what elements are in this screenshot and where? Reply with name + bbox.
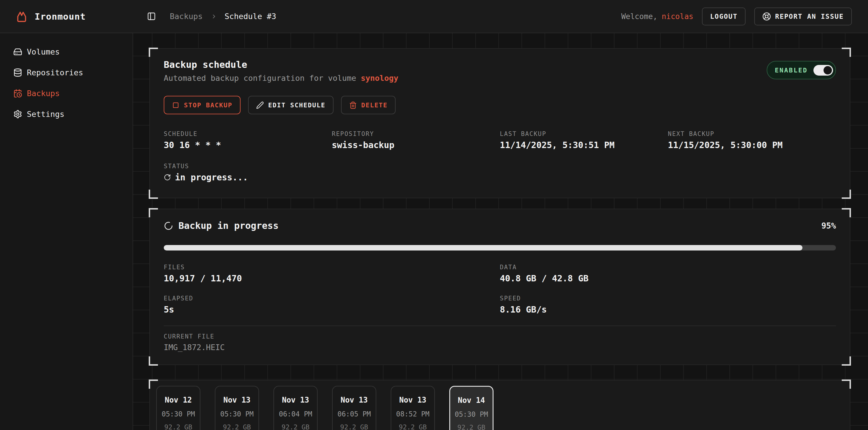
schedule-panel-heading: Backup schedule Automated backup configu… [164, 59, 399, 82]
pencil-icon [256, 101, 264, 109]
mountain-logo-icon [15, 10, 28, 23]
panel-title: Backup schedule [164, 59, 399, 70]
current-file-label: CURRENT FILE [164, 333, 836, 340]
breadcrumb-section[interactable]: Backups [170, 12, 203, 21]
sidebar-item-label: Repositories [27, 68, 83, 77]
history-panel: Nov 12 05:30 PM 92.2 GB Nov 13 05:30 PM … [149, 380, 850, 430]
rotate-cw-icon [164, 174, 171, 181]
field-next-backup: NEXT BACKUP 11/15/2025, 5:30:00 PM [668, 130, 836, 150]
stop-backup-button[interactable]: STOP BACKUP [164, 96, 241, 114]
progress-percent: 95% [821, 221, 836, 231]
stat-value: 40.8 GB / 42.8 GB [500, 273, 836, 284]
status-label: STATUS [164, 163, 836, 170]
progress-panel: Backup in progress 95% FILES 10,917 / 11… [149, 209, 850, 365]
backup-card[interactable]: Nov 13 05:30 PM 92.2 GB [215, 386, 259, 430]
schedule-fields: SCHEDULE 30 16 * * * REPOSITORY swiss-ba… [164, 130, 836, 150]
enabled-toggle[interactable]: ENABLED [767, 61, 836, 79]
card-date: Nov 12 [157, 396, 200, 404]
sidebar-item-label: Volumes [27, 47, 60, 56]
hard-drive-icon [13, 47, 22, 56]
field-value: 30 16 * * * [164, 140, 332, 150]
sidebar-item-label: Backups [27, 89, 60, 98]
card-size: 92.2 GB [215, 423, 258, 430]
breadcrumb-page: Schedule #3 [225, 12, 276, 21]
card-date: Nov 13 [274, 396, 317, 404]
stat-value: 5s [164, 304, 500, 315]
card-size: 92.2 GB [450, 424, 493, 430]
progress-bar [164, 245, 836, 251]
field-last-backup: LAST BACKUP 11/14/2025, 5:30:51 PM [500, 130, 668, 150]
progress-stats: FILES 10,917 / 11,470 DATA 40.8 GB / 42.… [164, 264, 836, 315]
backup-card-selected[interactable]: Nov 14 05:30 PM 92.2 GB [449, 386, 494, 430]
chevron-right-icon [211, 13, 217, 20]
loader-spinner-icon [164, 221, 173, 231]
card-time: 05:30 PM [450, 410, 493, 419]
stats-divider [164, 326, 836, 326]
sidebar-item-volumes[interactable]: Volumes [0, 41, 132, 62]
card-size: 92.2 GB [157, 423, 200, 430]
backup-card[interactable]: Nov 13 08:52 PM 92.2 GB [391, 386, 435, 430]
corner-bracket [842, 208, 851, 217]
card-time: 05:30 PM [215, 410, 258, 418]
field-label: SCHEDULE [164, 130, 332, 137]
edit-schedule-label: EDIT SCHEDULE [268, 102, 326, 109]
delete-button[interactable]: DELETE [341, 96, 396, 114]
backup-card[interactable]: Nov 13 06:05 PM 92.2 GB [332, 386, 376, 430]
field-repository: REPOSITORY swiss-backup [332, 130, 500, 150]
toggle-switch[interactable] [813, 65, 833, 76]
field-label: NEXT BACKUP [668, 130, 836, 137]
stat-data: DATA 40.8 GB / 42.8 GB [500, 264, 836, 284]
corner-bracket [149, 190, 158, 199]
database-icon [13, 68, 22, 77]
panel-subtitle: Automated backup configuration for volum… [164, 74, 399, 82]
current-file-value: IMG_1872.HEIC [164, 343, 836, 352]
backup-card[interactable]: Nov 13 06:04 PM 92.2 GB [274, 386, 318, 430]
sidebar-item-label: Settings [27, 110, 64, 119]
panel-toggle-icon[interactable] [147, 12, 156, 21]
field-value: 11/15/2025, 5:30:00 PM [668, 140, 836, 150]
stat-speed: SPEED 8.16 GB/s [500, 295, 836, 315]
toggle-knob [824, 66, 832, 74]
stat-elapsed: ELAPSED 5s [164, 295, 500, 315]
corner-bracket [842, 47, 851, 57]
enabled-label: ENABLED [775, 67, 808, 74]
field-value: 11/14/2025, 5:30:51 PM [500, 140, 668, 150]
schedule-actions: STOP BACKUP EDIT SCHEDULE [164, 96, 836, 114]
corner-bracket [842, 190, 851, 199]
brand-title: Ironmount [35, 11, 86, 22]
stat-label: ELAPSED [164, 295, 500, 302]
progress-title: Backup in progress [164, 220, 279, 231]
stat-files: FILES 10,917 / 11,470 [164, 264, 500, 284]
logout-button[interactable]: LOGOUT [702, 7, 746, 25]
delete-label: DELETE [361, 102, 388, 109]
sidebar-item-backups[interactable]: Backups [0, 83, 132, 104]
field-label: LAST BACKUP [500, 130, 668, 137]
status-value: in progress... [175, 172, 248, 183]
volume-name: synology [361, 74, 398, 82]
stop-icon [172, 101, 180, 109]
brand: Ironmount [15, 10, 86, 23]
main-content: Backup schedule Automated backup configu… [133, 33, 868, 430]
progress-title-text: Backup in progress [179, 220, 279, 231]
report-issue-button[interactable]: REPORT AN ISSUE [754, 7, 852, 25]
backup-card[interactable]: Nov 12 05:30 PM 92.2 GB [156, 386, 200, 430]
logout-button-label: LOGOUT [710, 13, 738, 20]
corner-bracket [149, 208, 158, 217]
sidebar-item-settings[interactable]: Settings [0, 104, 132, 124]
corner-bracket [149, 47, 158, 57]
card-size: 92.2 GB [333, 423, 376, 430]
trash-icon [349, 101, 357, 109]
calendar-clock-icon [13, 89, 22, 98]
card-date: Nov 14 [450, 396, 493, 405]
welcome-text: Welcome, nicolas [621, 12, 693, 21]
schedule-panel: Backup schedule Automated backup configu… [149, 48, 850, 198]
stop-backup-label: STOP BACKUP [184, 102, 232, 109]
edit-schedule-button[interactable]: EDIT SCHEDULE [248, 96, 334, 114]
welcome-prefix: Welcome, [621, 12, 657, 21]
card-date: Nov 13 [333, 396, 376, 404]
topbar-right: Welcome, nicolas LOGOUT REPORT AN ISSUE [621, 7, 852, 25]
report-issue-label: REPORT AN ISSUE [775, 13, 844, 20]
field-value: swiss-backup [332, 140, 500, 150]
sidebar-item-repositories[interactable]: Repositories [0, 62, 132, 83]
corner-bracket [149, 356, 158, 366]
